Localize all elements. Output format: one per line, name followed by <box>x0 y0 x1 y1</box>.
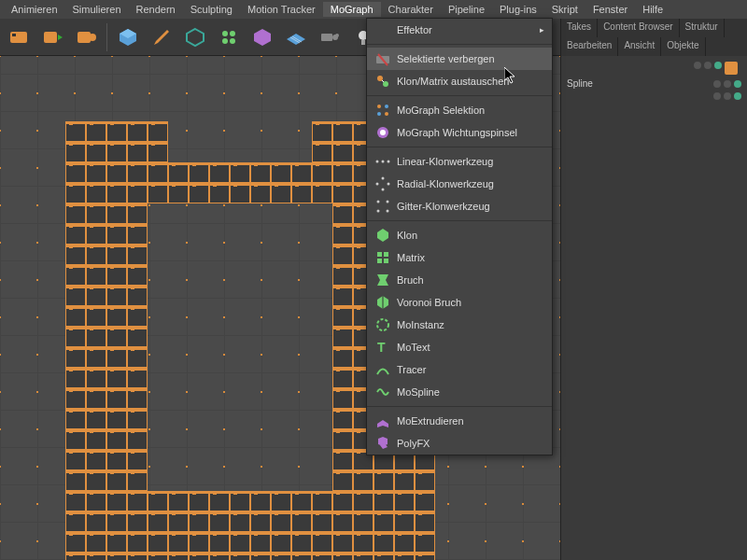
menu-rendern[interactable]: Rendern <box>129 2 183 17</box>
tab-content-browser[interactable]: Content Browser <box>598 19 679 37</box>
menu-hilfe[interactable]: Hilfe <box>635 2 670 17</box>
menu-label: MoText <box>397 342 430 353</box>
svg-rect-46 <box>384 252 388 257</box>
toolbar-nurbs-icon[interactable] <box>180 22 210 52</box>
tab-struktur[interactable]: Struktur <box>680 19 725 37</box>
menu-label: Selektierte verbergen <box>397 53 495 64</box>
toolbar-movie-icon[interactable] <box>4 22 34 52</box>
menu-item-bruch[interactable]: Bruch <box>367 269 552 291</box>
menu-label: Linear-Klonwerkzeug <box>397 156 493 167</box>
tag-icon <box>725 62 738 75</box>
menu-label: Bruch <box>397 274 424 286</box>
tab-bearbeiten[interactable]: Bearbeiten <box>561 37 618 56</box>
polyfx-icon <box>374 435 391 452</box>
menu-item-tracer[interactable]: Tracer <box>367 358 552 381</box>
svg-marker-54 <box>377 420 388 427</box>
toolbar-camera-icon[interactable] <box>315 22 345 52</box>
menu-label: Voronoi Bruch <box>397 297 461 308</box>
toolbar-gear-icon[interactable] <box>71 22 101 52</box>
menu-sculpting[interactable]: Sculpting <box>183 2 240 17</box>
grid-icon <box>374 198 391 215</box>
svg-point-42 <box>377 210 380 213</box>
svg-rect-4 <box>78 32 91 43</box>
menu-item-matrix[interactable]: Matrix <box>367 246 552 269</box>
svg-point-10 <box>222 31 228 36</box>
svg-point-37 <box>388 183 390 186</box>
object-row[interactable] <box>565 91 743 102</box>
menu-item-linear-klonwerkzeug[interactable]: Linear-Klonwerkzeug <box>367 150 552 173</box>
svg-point-43 <box>387 210 389 213</box>
svg-point-28 <box>385 105 388 108</box>
menu-item-mograph-wichtungspinsel[interactable]: MoGraph Wichtungspinsel <box>367 121 552 144</box>
svg-point-41 <box>387 201 389 203</box>
menu-item-selektierte-verbergen[interactable]: Selektierte verbergen <box>367 48 552 70</box>
menu-label: Matrix <box>397 252 425 263</box>
mograph-dropdown: EffektorSelektierte verbergenKlon/Matrix… <box>366 18 553 455</box>
menu-pipeline[interactable]: Pipeline <box>441 2 492 17</box>
object-row[interactable]: Spline <box>565 77 743 91</box>
menu-item-moextrudieren[interactable]: MoExtrudieren <box>367 410 552 432</box>
radial-icon <box>374 175 391 192</box>
menu-fenster[interactable]: Fenster <box>585 2 635 17</box>
motext-icon: T <box>374 339 391 356</box>
menu-item-gitter-klonwerkzeug[interactable]: Gitter-Klonwerkzeug <box>367 195 552 217</box>
menu-item-mograph-selektion[interactable]: MoGraph Selektion <box>367 99 552 121</box>
tab-takes[interactable]: Takes <box>561 19 598 37</box>
menu-skript[interactable]: Skript <box>544 2 585 17</box>
svg-point-5 <box>89 34 96 41</box>
toolbar-cube-icon[interactable] <box>113 22 143 52</box>
toolbar-floor-icon[interactable] <box>281 22 311 52</box>
swap-icon <box>374 73 391 90</box>
svg-rect-0 <box>10 32 27 43</box>
voronoi-icon <box>374 294 391 311</box>
menu-mograph[interactable]: MoGraph <box>323 2 381 17</box>
svg-point-38 <box>382 189 385 191</box>
svg-marker-8 <box>154 30 169 45</box>
menu-item-klon-matrix-austauschen[interactable]: Klon/Matrix austauschen <box>367 70 552 92</box>
svg-point-29 <box>377 112 381 116</box>
menu-item-voronoi-bruch[interactable]: Voronoi Bruch <box>367 291 552 314</box>
menu-item-klon[interactable]: Klon <box>367 224 552 246</box>
menu-label: Klon <box>397 230 417 241</box>
menu-item-polyfx[interactable]: PolyFX <box>367 432 552 455</box>
menu-label: MoExtrudieren <box>397 415 464 427</box>
menu-item-mospline[interactable]: MoSpline <box>367 381 552 403</box>
svg-point-40 <box>377 201 380 203</box>
menu-item-moinstanz[interactable]: MoInstanz <box>367 314 552 336</box>
menu-animieren[interactable]: Animieren <box>4 2 65 17</box>
mosel-icon <box>374 102 391 119</box>
toolbar-deformer-icon[interactable] <box>247 22 277 52</box>
menu-item-effektor[interactable]: Effektor <box>367 19 552 41</box>
svg-marker-49 <box>377 274 388 286</box>
menubar: AnimierenSimulierenRendernSculptingMotio… <box>0 0 747 19</box>
svg-marker-14 <box>254 29 271 46</box>
tab-objekte[interactable]: Objekte <box>661 37 705 56</box>
toolbar-play-icon[interactable] <box>37 22 67 52</box>
menu-plug-ins[interactable]: Plug-ins <box>492 2 544 17</box>
linear-icon <box>374 153 391 170</box>
menu-charakter[interactable]: Charakter <box>381 2 441 17</box>
svg-marker-9 <box>187 29 204 46</box>
toolbar-array-icon[interactable] <box>214 22 244 52</box>
object-row[interactable] <box>565 60 743 77</box>
toolbar-pen-icon[interactable] <box>147 22 176 52</box>
menu-item-radial-klonwerkzeug[interactable]: Radial-Klonwerkzeug <box>367 173 552 195</box>
svg-text:T: T <box>377 340 386 355</box>
tab-ansicht[interactable]: Ansicht <box>618 37 661 56</box>
svg-point-32 <box>380 130 386 135</box>
svg-rect-2 <box>44 32 57 43</box>
menu-motion tracker[interactable]: Motion Tracker <box>240 2 323 17</box>
svg-rect-45 <box>377 252 382 257</box>
menu-label: Klon/Matrix austauschen <box>397 76 509 87</box>
svg-rect-48 <box>384 259 388 263</box>
svg-point-12 <box>222 38 228 44</box>
panel-tabs-top: TakesContent BrowserStruktur <box>561 19 747 37</box>
menu-item-motext[interactable]: TMoText <box>367 336 552 358</box>
menu-label: PolyFX <box>397 438 430 449</box>
svg-point-35 <box>388 161 390 163</box>
svg-marker-44 <box>377 229 388 242</box>
bruch-icon <box>374 272 391 288</box>
svg-point-30 <box>385 112 388 116</box>
menu-simulieren[interactable]: Simulieren <box>65 2 129 17</box>
svg-rect-18 <box>321 34 332 41</box>
